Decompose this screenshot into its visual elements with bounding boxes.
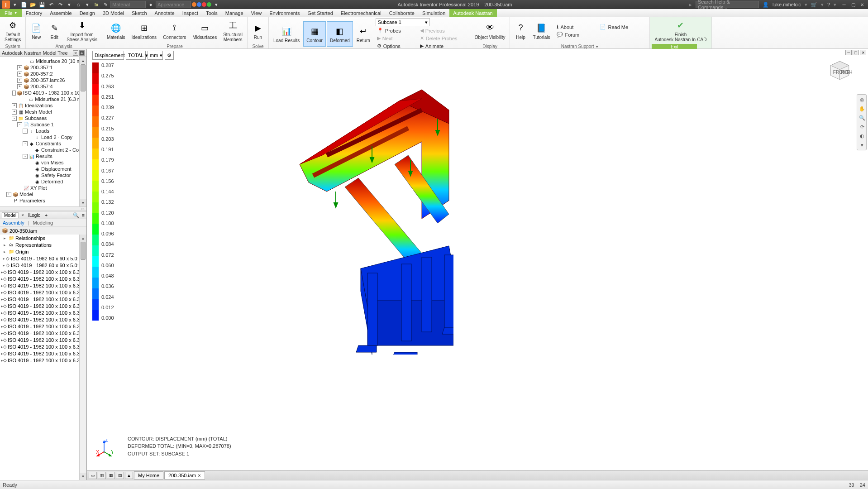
tree-toggle-icon[interactable]: +: [17, 78, 22, 83]
pane-max-icon[interactable]: ▢: [853, 50, 859, 55]
tree-row[interactable]: ↓Load 2 - Copy: [0, 134, 86, 140]
model-tree-row[interactable]: ▸◇ISO 4019 - 1982 100 x 100 x 6.3:14:1: [0, 343, 86, 350]
user-name[interactable]: luke.mihelcic: [773, 2, 801, 7]
ribbon-load-results-button[interactable]: 📊Load Results: [271, 21, 302, 47]
viewcube[interactable]: FRONT RIGHT: [827, 58, 852, 83]
tree-toggle-icon[interactable]: ▸: [4, 249, 8, 254]
result-type-dropdown[interactable]: Displacement▾: [92, 51, 124, 60]
menu-tab-manage[interactable]: Manage: [222, 9, 248, 17]
tree-row[interactable]: ◆Constraint 2 - Cop: [0, 147, 86, 153]
model-tree-row[interactable]: ▸◇ISO 4019 - 1982 100 x 100 x 6.3:4:1: [0, 282, 86, 289]
tree-row[interactable]: PParameters: [0, 197, 86, 204]
model-tree-row[interactable]: ▸◇ISO 4019 - 1982 100 x 100 x 6.3:5:1: [0, 289, 86, 296]
ribbon-probes-button[interactable]: 📍Probes: [376, 27, 419, 34]
vt-single-icon[interactable]: ▭: [89, 472, 97, 479]
minimize-icon[interactable]: ─: [840, 1, 848, 8]
tree-row[interactable]: +📦200-357:4: [0, 83, 86, 90]
subcase-dropdown[interactable]: Subcase 1▾: [376, 18, 430, 26]
modeltree-scrollbar[interactable]: ▲▼: [79, 235, 86, 480]
nav-lookat-icon[interactable]: ◐: [858, 132, 866, 140]
ribbon-new-button[interactable]: 📄New: [28, 18, 45, 43]
tree-toggle-icon[interactable]: +: [12, 110, 17, 115]
menu-tab-factory[interactable]: Factory: [22, 9, 47, 17]
tree-row[interactable]: ◉von Mises: [0, 159, 86, 166]
tree-row[interactable]: -📄Subcase 1: [0, 121, 86, 128]
tree-toggle-icon[interactable]: ▸: [4, 243, 8, 247]
ribbon-idealizations-button[interactable]: ⊞Idealizations: [129, 18, 160, 43]
menu-tab-3d-model[interactable]: 3D Model: [99, 9, 128, 17]
vt-up-icon[interactable]: ▲: [125, 472, 133, 479]
menu-tab-inspect[interactable]: Inspect: [179, 9, 202, 17]
model-tree[interactable]: ▸📁Relationships▸🗂Representations▸📁Origin…: [0, 235, 86, 480]
save-icon[interactable]: 💾: [38, 1, 46, 8]
ribbon-contour-button[interactable]: ▦Contour: [303, 21, 326, 47]
ribbon-finish-button[interactable]: ✔FinishAutodesk Nastran In-CAD: [652, 18, 709, 43]
cart-icon[interactable]: 🛒: [811, 2, 817, 8]
nav-zoom-icon[interactable]: 🔍: [858, 114, 866, 122]
nastran-tree[interactable]: ▭Midsurface 20 [10 mm+📦200-357:1+📦200-35…: [0, 57, 86, 206]
nav-expand-icon[interactable]: ▾: [858, 141, 866, 149]
menu-tab-sketch[interactable]: Sketch: [128, 9, 151, 17]
tree-row[interactable]: -📦ISO 4019 - 1982 100 x 100 :: [0, 90, 86, 96]
tree-row[interactable]: +▦Mesh Model: [0, 109, 86, 115]
tree-row[interactable]: +📦200-357.iam:26: [0, 77, 86, 83]
ribbon-return-button[interactable]: ↩Return: [354, 21, 373, 47]
model-tree-row[interactable]: ▸◇ISO 4019 - 1982 60 x 60 x 5.0:0:1: [0, 255, 86, 262]
model-tree-row[interactable]: ▸◇ISO 4019 - 1982 100 x 100 x 6.3:8:1: [0, 309, 86, 316]
ribbon-about-button[interactable]: ℹAbout: [555, 23, 598, 31]
menu-tab-get-started[interactable]: Get Started: [304, 9, 337, 17]
model-tree-row[interactable]: ▸◇ISO 4019 - 1982 100 x 100 x 6.3:11:1: [0, 330, 86, 336]
modeling-subtab[interactable]: Modeling: [33, 220, 53, 225]
pencil-icon[interactable]: ✎: [101, 1, 110, 8]
ribbon-midsurfaces-button[interactable]: ▭Midsurfaces: [190, 18, 219, 43]
ribbon-read-me-button[interactable]: 📄Read Me: [598, 23, 641, 31]
ribbon-connectors-button[interactable]: ⟟Connectors: [160, 18, 189, 43]
add-panel-icon[interactable]: +: [79, 50, 85, 56]
menu-tab-assemble[interactable]: Assemble: [46, 9, 76, 17]
tree-toggle-icon[interactable]: ▸: [3, 256, 6, 261]
ribbon-materials-button[interactable]: 🌐Materials: [104, 18, 128, 43]
ribbon-tutorials-button[interactable]: 📘Tutorials: [530, 18, 553, 43]
tree-row[interactable]: +📦200-357:1: [0, 64, 86, 71]
pane-min-icon[interactable]: ─: [845, 50, 852, 55]
help-icon[interactable]: ?: [827, 2, 830, 7]
model-tree-row[interactable]: ▸🗂Representations: [0, 241, 86, 248]
tree-toggle-icon[interactable]: +: [17, 65, 22, 70]
home-icon[interactable]: ⌂: [74, 1, 82, 8]
menu-tab-annotate[interactable]: Annotate: [151, 9, 179, 17]
model-root[interactable]: 📦 200-350.iam: [0, 227, 86, 235]
model-tree-row[interactable]: ▸◇ISO 4019 - 1982 100 x 100 x 6.3:7:1: [0, 302, 86, 309]
tree-toggle-icon[interactable]: -: [23, 154, 28, 159]
vt-list-icon[interactable]: ▤: [116, 472, 124, 479]
menu-tab-tools[interactable]: Tools: [202, 9, 222, 17]
tree-scrollbar[interactable]: ▲▼: [79, 57, 86, 206]
tree-toggle-icon[interactable]: -: [23, 141, 28, 146]
model-tree-row[interactable]: ▸📁Origin: [0, 248, 86, 255]
close-panel-icon[interactable]: ×: [73, 50, 78, 56]
vt-four-icon[interactable]: ▦: [107, 472, 115, 479]
material-dropdown[interactable]: Material: [110, 1, 146, 8]
ribbon-default-button[interactable]: ⚙DefaultSettings: [2, 18, 24, 43]
search-input[interactable]: Search Help & Commands...: [696, 1, 759, 8]
close-icon[interactable]: ✕: [858, 1, 866, 8]
doc-tab-active[interactable]: 200-350.iam×: [164, 471, 205, 479]
assembly-subtab[interactable]: Assembly: [3, 220, 24, 225]
ribbon-forum-button[interactable]: 💬Forum: [555, 31, 598, 38]
tree-row[interactable]: ▭Midsurface 20 [10 mm: [0, 58, 86, 64]
new-icon[interactable]: 📄: [20, 1, 28, 8]
app-logo[interactable]: I: [2, 0, 10, 9]
menu-tab-autodesk-nastran[interactable]: Autodesk Nastran: [449, 9, 496, 17]
file-menu[interactable]: File▼: [0, 9, 22, 17]
tree-toggle-icon[interactable]: -: [23, 129, 28, 134]
model-tree-row[interactable]: ▸◇ISO 4019 - 1982 100 x 100 x 6.3:3:1: [0, 275, 86, 282]
user-icon[interactable]: 👤: [763, 2, 769, 8]
ribbon-help-button[interactable]: ?Help: [512, 18, 529, 43]
undo-icon[interactable]: ↶: [47, 1, 55, 8]
tree-toggle-icon[interactable]: -: [12, 91, 16, 96]
menu-tab-view[interactable]: View: [248, 9, 266, 17]
ribbon-import-from-button[interactable]: ⬇Import fromStress Analysis: [64, 18, 100, 43]
tree-row[interactable]: ◉Displacement: [0, 166, 86, 172]
model-tree-row[interactable]: ▸◇ISO 4019 - 1982 100 x 100 x 6.3:16:1: [0, 357, 86, 364]
redo-icon[interactable]: ↷: [56, 1, 64, 8]
model-tab-close-icon[interactable]: ×: [21, 213, 24, 217]
